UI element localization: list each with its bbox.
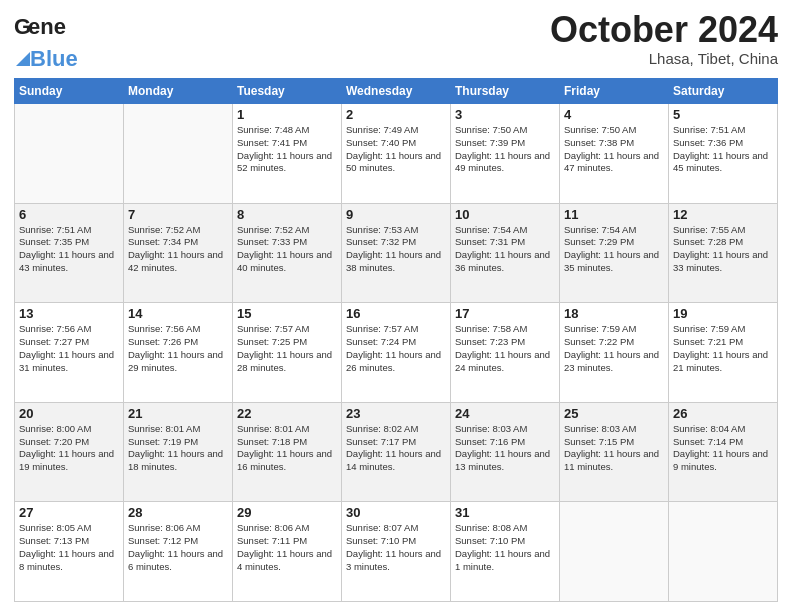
- logo-icon: G eneral: [14, 10, 66, 50]
- logo-arrow-icon: [14, 52, 30, 66]
- day-info: Sunrise: 8:03 AMSunset: 7:16 PMDaylight:…: [455, 423, 555, 474]
- month-title: October 2024: [550, 10, 778, 50]
- logo: G eneral Blue: [14, 10, 78, 72]
- day-number: 1: [237, 107, 337, 122]
- day-info: Sunrise: 7:48 AMSunset: 7:41 PMDaylight:…: [237, 124, 337, 175]
- svg-text:eneral: eneral: [28, 14, 66, 39]
- day-info: Sunrise: 7:49 AMSunset: 7:40 PMDaylight:…: [346, 124, 446, 175]
- day-cell: 13Sunrise: 7:56 AMSunset: 7:27 PMDayligh…: [15, 303, 124, 403]
- day-cell: 8Sunrise: 7:52 AMSunset: 7:33 PMDaylight…: [233, 203, 342, 303]
- weekday-header-sunday: Sunday: [15, 79, 124, 104]
- day-cell: 16Sunrise: 7:57 AMSunset: 7:24 PMDayligh…: [342, 303, 451, 403]
- day-cell: [669, 502, 778, 602]
- weekday-header-saturday: Saturday: [669, 79, 778, 104]
- day-number: 15: [237, 306, 337, 321]
- weekday-header-thursday: Thursday: [451, 79, 560, 104]
- day-cell: 18Sunrise: 7:59 AMSunset: 7:22 PMDayligh…: [560, 303, 669, 403]
- day-cell: 23Sunrise: 8:02 AMSunset: 7:17 PMDayligh…: [342, 402, 451, 502]
- day-info: Sunrise: 7:51 AMSunset: 7:35 PMDaylight:…: [19, 224, 119, 275]
- weekday-header-wednesday: Wednesday: [342, 79, 451, 104]
- day-cell: 5Sunrise: 7:51 AMSunset: 7:36 PMDaylight…: [669, 104, 778, 204]
- svg-marker-2: [16, 52, 30, 66]
- weekday-header-tuesday: Tuesday: [233, 79, 342, 104]
- day-number: 16: [346, 306, 446, 321]
- day-cell: 17Sunrise: 7:58 AMSunset: 7:23 PMDayligh…: [451, 303, 560, 403]
- day-cell: 30Sunrise: 8:07 AMSunset: 7:10 PMDayligh…: [342, 502, 451, 602]
- location: Lhasa, Tibet, China: [550, 50, 778, 67]
- day-number: 24: [455, 406, 555, 421]
- day-cell: 20Sunrise: 8:00 AMSunset: 7:20 PMDayligh…: [15, 402, 124, 502]
- day-number: 18: [564, 306, 664, 321]
- day-cell: 29Sunrise: 8:06 AMSunset: 7:11 PMDayligh…: [233, 502, 342, 602]
- day-number: 20: [19, 406, 119, 421]
- day-info: Sunrise: 8:07 AMSunset: 7:10 PMDaylight:…: [346, 522, 446, 573]
- day-number: 30: [346, 505, 446, 520]
- week-row-1: 1Sunrise: 7:48 AMSunset: 7:41 PMDaylight…: [15, 104, 778, 204]
- day-cell: 27Sunrise: 8:05 AMSunset: 7:13 PMDayligh…: [15, 502, 124, 602]
- day-cell: 28Sunrise: 8:06 AMSunset: 7:12 PMDayligh…: [124, 502, 233, 602]
- day-info: Sunrise: 7:58 AMSunset: 7:23 PMDaylight:…: [455, 323, 555, 374]
- day-cell: 6Sunrise: 7:51 AMSunset: 7:35 PMDaylight…: [15, 203, 124, 303]
- day-number: 26: [673, 406, 773, 421]
- day-info: Sunrise: 7:51 AMSunset: 7:36 PMDaylight:…: [673, 124, 773, 175]
- day-cell: 7Sunrise: 7:52 AMSunset: 7:34 PMDaylight…: [124, 203, 233, 303]
- day-number: 25: [564, 406, 664, 421]
- day-number: 21: [128, 406, 228, 421]
- day-info: Sunrise: 7:54 AMSunset: 7:29 PMDaylight:…: [564, 224, 664, 275]
- day-number: 12: [673, 207, 773, 222]
- day-number: 19: [673, 306, 773, 321]
- day-info: Sunrise: 8:06 AMSunset: 7:11 PMDaylight:…: [237, 522, 337, 573]
- day-number: 17: [455, 306, 555, 321]
- day-info: Sunrise: 8:08 AMSunset: 7:10 PMDaylight:…: [455, 522, 555, 573]
- day-info: Sunrise: 7:59 AMSunset: 7:22 PMDaylight:…: [564, 323, 664, 374]
- day-number: 5: [673, 107, 773, 122]
- day-cell: 19Sunrise: 7:59 AMSunset: 7:21 PMDayligh…: [669, 303, 778, 403]
- week-row-5: 27Sunrise: 8:05 AMSunset: 7:13 PMDayligh…: [15, 502, 778, 602]
- day-cell: 31Sunrise: 8:08 AMSunset: 7:10 PMDayligh…: [451, 502, 560, 602]
- day-number: 23: [346, 406, 446, 421]
- day-number: 7: [128, 207, 228, 222]
- day-info: Sunrise: 7:57 AMSunset: 7:24 PMDaylight:…: [346, 323, 446, 374]
- day-cell: 21Sunrise: 8:01 AMSunset: 7:19 PMDayligh…: [124, 402, 233, 502]
- day-number: 29: [237, 505, 337, 520]
- day-cell: 4Sunrise: 7:50 AMSunset: 7:38 PMDaylight…: [560, 104, 669, 204]
- weekday-header-monday: Monday: [124, 79, 233, 104]
- day-info: Sunrise: 7:53 AMSunset: 7:32 PMDaylight:…: [346, 224, 446, 275]
- day-info: Sunrise: 7:56 AMSunset: 7:27 PMDaylight:…: [19, 323, 119, 374]
- day-number: 22: [237, 406, 337, 421]
- week-row-2: 6Sunrise: 7:51 AMSunset: 7:35 PMDaylight…: [15, 203, 778, 303]
- day-info: Sunrise: 7:52 AMSunset: 7:33 PMDaylight:…: [237, 224, 337, 275]
- day-cell: 11Sunrise: 7:54 AMSunset: 7:29 PMDayligh…: [560, 203, 669, 303]
- day-info: Sunrise: 8:05 AMSunset: 7:13 PMDaylight:…: [19, 522, 119, 573]
- day-cell: 22Sunrise: 8:01 AMSunset: 7:18 PMDayligh…: [233, 402, 342, 502]
- day-number: 8: [237, 207, 337, 222]
- day-number: 6: [19, 207, 119, 222]
- day-info: Sunrise: 8:04 AMSunset: 7:14 PMDaylight:…: [673, 423, 773, 474]
- day-info: Sunrise: 8:01 AMSunset: 7:19 PMDaylight:…: [128, 423, 228, 474]
- day-cell: 14Sunrise: 7:56 AMSunset: 7:26 PMDayligh…: [124, 303, 233, 403]
- day-cell: [124, 104, 233, 204]
- calendar-table: SundayMondayTuesdayWednesdayThursdayFrid…: [14, 78, 778, 602]
- week-row-4: 20Sunrise: 8:00 AMSunset: 7:20 PMDayligh…: [15, 402, 778, 502]
- day-info: Sunrise: 7:50 AMSunset: 7:39 PMDaylight:…: [455, 124, 555, 175]
- weekday-header-friday: Friday: [560, 79, 669, 104]
- day-cell: 1Sunrise: 7:48 AMSunset: 7:41 PMDaylight…: [233, 104, 342, 204]
- day-number: 27: [19, 505, 119, 520]
- day-info: Sunrise: 8:00 AMSunset: 7:20 PMDaylight:…: [19, 423, 119, 474]
- day-cell: 26Sunrise: 8:04 AMSunset: 7:14 PMDayligh…: [669, 402, 778, 502]
- day-cell: 3Sunrise: 7:50 AMSunset: 7:39 PMDaylight…: [451, 104, 560, 204]
- day-number: 2: [346, 107, 446, 122]
- day-number: 14: [128, 306, 228, 321]
- day-cell: 15Sunrise: 7:57 AMSunset: 7:25 PMDayligh…: [233, 303, 342, 403]
- day-number: 13: [19, 306, 119, 321]
- day-cell: 12Sunrise: 7:55 AMSunset: 7:28 PMDayligh…: [669, 203, 778, 303]
- day-info: Sunrise: 8:06 AMSunset: 7:12 PMDaylight:…: [128, 522, 228, 573]
- day-cell: 10Sunrise: 7:54 AMSunset: 7:31 PMDayligh…: [451, 203, 560, 303]
- day-number: 3: [455, 107, 555, 122]
- day-info: Sunrise: 7:52 AMSunset: 7:34 PMDaylight:…: [128, 224, 228, 275]
- day-cell: [15, 104, 124, 204]
- day-cell: 25Sunrise: 8:03 AMSunset: 7:15 PMDayligh…: [560, 402, 669, 502]
- day-cell: 24Sunrise: 8:03 AMSunset: 7:16 PMDayligh…: [451, 402, 560, 502]
- day-number: 9: [346, 207, 446, 222]
- day-info: Sunrise: 7:57 AMSunset: 7:25 PMDaylight:…: [237, 323, 337, 374]
